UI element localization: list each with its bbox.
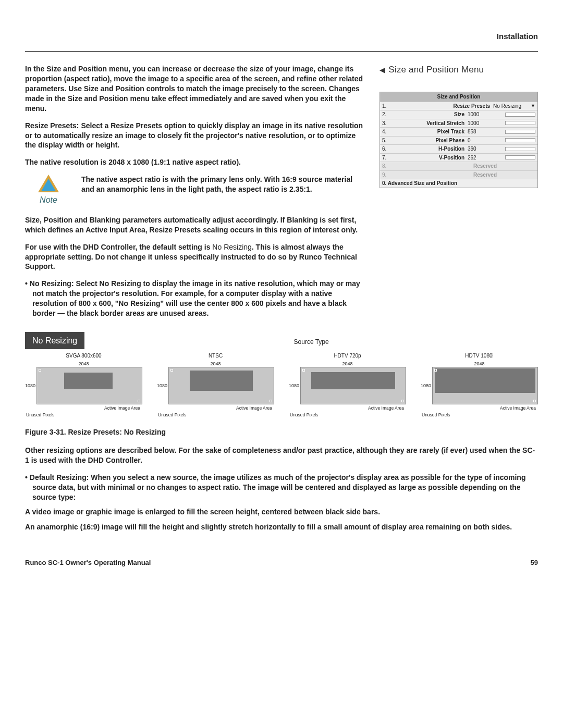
menu-slider[interactable] <box>505 138 535 142</box>
thumb-name: SVGA 800x600 <box>25 352 142 360</box>
bullet-list-2: Default Resizing: When you select a new … <box>25 473 538 532</box>
menu-num: 3. <box>382 120 390 127</box>
thumb-frame <box>432 367 538 404</box>
menu-num: 6. <box>382 145 390 153</box>
menu-foot[interactable]: 0. Advanced Size and Position <box>380 179 537 188</box>
menu-num: 2. <box>382 111 390 118</box>
active-area-label: Active Image Area <box>25 405 142 411</box>
menu-slider[interactable] <box>505 121 535 125</box>
thumb-frame <box>300 367 406 404</box>
b2a: Default Resizing: <box>30 473 91 482</box>
menu-head: Size and Position <box>380 92 537 102</box>
thumb-frame <box>36 367 142 404</box>
menu-slider[interactable] <box>505 130 535 134</box>
menu-value: 858 <box>467 128 503 135</box>
menu-value: 0 <box>467 137 503 144</box>
menu-num: 8. <box>382 163 390 170</box>
unused-pixels-label: Unused Pixels <box>421 412 538 418</box>
default-setting-para: For use with the DHD Controller, the def… <box>25 242 365 272</box>
menu-num: 9. <box>382 171 390 179</box>
intro-paragraph: In the Size and Position menu, you can i… <box>25 64 365 113</box>
menu-num: 5. <box>382 137 390 144</box>
menu-row[interactable]: 5.Pixel Phase0 <box>380 136 537 145</box>
menu-value: 360 <box>467 145 503 153</box>
menu-row[interactable]: 1.Resize PresetsNo Resizing▼ <box>380 102 537 110</box>
p5a: For use with the DHD Controller, the def… <box>25 243 212 251</box>
side-column: ◀Size and Position Menu Size and Positio… <box>380 64 538 326</box>
menu-label: Reserved <box>390 163 499 170</box>
menu-label: Vertical Stretch <box>390 120 467 127</box>
note-text: The native aspect ratio is with the prim… <box>81 175 365 194</box>
side-title: ◀Size and Position Menu <box>380 64 538 76</box>
resize-presets-head: Resize Presets: <box>25 121 81 130</box>
menu-slider[interactable] <box>505 155 535 159</box>
chevron-down-icon[interactable]: ▼ <box>531 103 535 109</box>
warning-icon <box>38 175 59 192</box>
bullet-default-resizing: Default Resizing: When you select a new … <box>25 473 538 532</box>
thumb-width: 2048 <box>289 361 406 367</box>
other-options-para: Other resizing options are described bel… <box>25 446 538 465</box>
menu-slider[interactable] <box>505 147 535 151</box>
section-header: Installation <box>25 31 538 42</box>
p5b: No Resizing <box>212 243 251 251</box>
osd-menu: Size and Position 1.Resize PresetsNo Res… <box>380 92 538 188</box>
menu-num: 7. <box>382 154 390 162</box>
b1b: Select No Resizing to display the image … <box>32 279 360 317</box>
menu-row[interactable]: 4.Pixel Track858 <box>380 127 537 136</box>
thumb-name: HDTV 720p <box>289 352 406 360</box>
note-badge: Note <box>25 175 72 206</box>
menu-row: 9.Reserved <box>380 170 537 179</box>
bullet-list-1: No Resizing: Select No Resizing to displ… <box>25 279 365 318</box>
menu-value: No Resizing <box>492 103 529 110</box>
note-label: Note <box>40 194 57 206</box>
b1a: No Resizing: <box>30 279 76 288</box>
page-footer: Runco SC-1 Owner's Operating Manual 59 <box>25 558 538 567</box>
active-image-area <box>190 371 253 391</box>
thumb: HDTV 1080i20481080Active Image AreaUnuse… <box>421 352 538 418</box>
active-area-label: Active Image Area <box>421 405 538 411</box>
unused-pixels-label: Unused Pixels <box>25 412 142 418</box>
menu-label: H-Position <box>390 145 467 153</box>
menu-label: Reserved <box>390 171 499 179</box>
side-title-text: Size and Position Menu <box>388 65 484 75</box>
sub-bullet-1: A video image or graphic image is enlarg… <box>32 507 538 517</box>
thumb-height: 1080 <box>421 382 432 389</box>
thumb-height: 1080 <box>157 382 168 389</box>
native-res-para: The native resolution is 2048 x 1080 (1.… <box>25 157 365 167</box>
blanking-para: Size, Position and Blanking parameters a… <box>25 215 365 235</box>
unused-pixels-label: Unused Pixels <box>157 412 274 418</box>
figure-tab: No Resizing <box>25 332 84 350</box>
figure-caption: Figure 3-31. Resize Presets: No Resizing <box>25 427 538 437</box>
thumb: NTSC20481080Active Image AreaUnused Pixe… <box>157 352 274 418</box>
menu-num: 4. <box>382 128 390 135</box>
active-area-label: Active Image Area <box>157 405 274 411</box>
menu-label: Pixel Track <box>390 128 467 135</box>
active-image-area <box>311 372 395 390</box>
menu-row[interactable]: 2.Size1000 <box>380 110 537 119</box>
thumb-height: 1080 <box>289 382 300 389</box>
triangle-left-icon: ◀ <box>380 66 385 74</box>
menu-value: 1000 <box>467 111 503 118</box>
source-type-label: Source Type <box>84 338 538 349</box>
menu-num: 1. <box>382 103 390 110</box>
thumb-width: 2048 <box>157 361 274 367</box>
thumb-width: 2048 <box>421 361 538 367</box>
active-area-label: Active Image Area <box>289 405 406 411</box>
menu-row: 8.Reserved <box>380 162 537 170</box>
menu-label: Size <box>390 111 467 118</box>
menu-row[interactable]: 3.Vertical Stretch1000 <box>380 119 537 128</box>
b2b: When you select a new source, the image … <box>32 473 525 501</box>
menu-label: Pixel Phase <box>390 137 467 144</box>
sub-bullet-2: An anamorphic (16:9) image will fill the… <box>32 522 538 532</box>
menu-row[interactable]: 7.V-Position262 <box>380 153 537 162</box>
figure-no-resizing: No Resizing Source Type SVGA 800x6002048… <box>25 332 538 437</box>
resize-presets-para: Resize Presets: Select a Resize Presets … <box>25 121 365 151</box>
menu-value: 262 <box>467 154 503 162</box>
bullet-no-resizing: No Resizing: Select No Resizing to displ… <box>25 279 365 318</box>
footer-left: Runco SC-1 Owner's Operating Manual <box>25 558 151 567</box>
rule <box>25 51 538 52</box>
thumb-height: 1080 <box>25 382 36 389</box>
menu-label: Resize Presets <box>390 103 492 110</box>
menu-slider[interactable] <box>505 113 535 117</box>
menu-row[interactable]: 6.H-Position360 <box>380 144 537 153</box>
